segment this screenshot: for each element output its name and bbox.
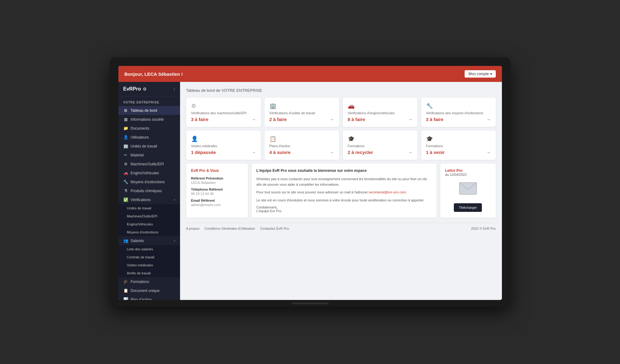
sidebar-label: Matériel [131, 153, 144, 157]
formations-recycle-card-icon: 🎓 [348, 135, 413, 142]
plans-card-icon: 📋 [269, 135, 334, 142]
sidebar-item-produits-chimiques[interactable]: ⚗ Produits chimiques [118, 186, 180, 195]
card-value-row: 4 à suivre → [269, 150, 334, 155]
sidebar-label: Tableau de bord [131, 108, 157, 113]
sidebar-item-tableau-de-bord[interactable]: ⊞ Tableau de bord [118, 106, 180, 115]
telecharger-button[interactable]: Télécharger [454, 203, 482, 212]
header: Bonjour, LECA Sébastien ! Mon compte ▾ [118, 66, 502, 82]
sidebar: EvRPro ⚙ ‹ VOTRE ENTREPRISE ⊞ Tableau de… [118, 82, 180, 300]
sidebar-item-document-unique[interactable]: 📋 Document unique [118, 286, 180, 295]
welcome-email-link[interactable]: secretariat@evr-pro.com [369, 190, 406, 194]
sidebar-item-unites-travail[interactable]: 🏢 Unités de travail [118, 142, 180, 151]
sidebar-item-visites-medicales[interactable]: Visites médicales [118, 261, 180, 269]
collapse-sidebar-icon[interactable]: ‹ [174, 87, 175, 91]
sidebar-label: Documents [131, 126, 150, 131]
card-arrow-plans[interactable]: → [330, 150, 334, 155]
sidebar-item-formations[interactable]: 🎓 Formations [118, 277, 180, 286]
sidebar-label: Produits chimiques [131, 189, 162, 193]
card-visites-medicales: 👤 Visites médicales 1 dépassée → [186, 131, 261, 160]
sidebar-item-moyens-extinctions[interactable]: 🔧 Moyens d'extinctions [118, 177, 180, 186]
card-arrow-engins[interactable]: → [408, 117, 413, 122]
card-value-row: 2 à recycler → [348, 150, 413, 155]
cards-row-2: 👤 Visites médicales 1 dépassée → 📋 Plans… [186, 131, 496, 160]
sidebar-item-materiel[interactable]: ✂ Matériel [118, 151, 180, 160]
sidebar-item-verif-unites[interactable]: Unités de travail [118, 204, 180, 212]
sidebar-sub-label: Machines/Outils/EPI [127, 214, 158, 218]
lettre-pro-date: du 12/04/2022 [445, 173, 467, 176]
sidebar-label: Utilisateurs [131, 135, 149, 140]
card-arrow-machines[interactable]: → [252, 117, 256, 122]
sidebar-item-liste-salaries[interactable]: Liste des salariés [118, 245, 180, 253]
cards-row-1: ⚙ Vérifications des machines/outils/EPI … [186, 98, 496, 127]
card-moyens-extinctions: 🔧 Vérifications des moyens d'extinctions… [421, 98, 496, 127]
card-arrow-formations-recycler[interactable]: → [408, 150, 413, 155]
card-label-plans: Plans d'action [269, 144, 334, 148]
sidebar-sub-label: Visites médicales [127, 263, 153, 267]
sidebar-item-informations-societe[interactable]: ▦ Informations société [118, 115, 180, 124]
sidebar-item-documents[interactable]: 📁 Documents [118, 124, 180, 133]
chevron-right-icon: › [174, 239, 175, 242]
card-arrow-unites[interactable]: → [330, 117, 334, 122]
evr-pro-vous-title: EvR Pro & Vous [191, 168, 243, 173]
card-formations-recycler: 🎓 Formations 2 à recycler → [343, 131, 417, 160]
extinctions-card-icon: 🔧 [426, 103, 491, 109]
card-label-visites: Visites médicales [191, 144, 256, 148]
info-section: EvR Pro & Vous Référent Prévention LECA … [186, 164, 496, 218]
sidebar-item-verif-moyens[interactable]: Moyens d'extinctions [118, 228, 180, 236]
formations-venir-card-icon: 🎓 [426, 135, 491, 142]
card-value-unites: 2 à faire [269, 117, 287, 122]
sidebar-item-verif-engins[interactable]: Engins/Véhicules [118, 220, 180, 228]
welcome-title: L'équipe EvR Pro vous souhaite la bienve… [257, 168, 432, 173]
sidebar-item-salaries[interactable]: 👥 Salariés › [118, 236, 180, 245]
card-label-unites: Vérifications d'unités de travail [269, 111, 334, 115]
building-icon: 🏢 [123, 144, 128, 148]
plan-icon: 📊 [123, 297, 128, 300]
card-value-engins: 8 à faire [348, 117, 365, 122]
unites-card-icon: 🏢 [269, 103, 334, 109]
card-value-row: 1 dépassée → [191, 150, 256, 155]
card-arrow-visites[interactable]: → [252, 150, 256, 155]
main-footer: A propos Conditions Générales d'Utilisat… [186, 223, 496, 230]
sidebar-item-arrets-travail[interactable]: Arrêts de travail [118, 269, 180, 277]
check-icon: ✅ [123, 197, 128, 202]
chevron-down-icon: ▾ [490, 72, 492, 76]
info-icon: ▦ [123, 117, 128, 122]
footer-link-apropos[interactable]: A propos [186, 227, 199, 230]
brand-name: EvRPro [123, 86, 141, 92]
telephone-value: 06 29 13 04 46 [191, 192, 243, 196]
sidebar-item-contrats[interactable]: Contrats de travail [118, 253, 180, 261]
welcome-paragraph3: Le site est en cours d'évolution et nous… [257, 198, 432, 203]
card-label-engins: Vérifications d'engins/véhicules [348, 111, 413, 115]
mon-compte-button[interactable]: Mon compte ▾ [465, 70, 495, 78]
sidebar-label: Plan d'action [131, 297, 152, 300]
sidebar-item-machines-epi[interactable]: ⚙ Machines/Outils/EPI [118, 160, 180, 168]
sidebar-item-utilisateurs[interactable]: 👤 Utilisateurs [118, 133, 180, 142]
card-value-visites: 1 dépassée [191, 150, 216, 155]
footer-copyright: 2022 © EvR Pro [471, 227, 496, 230]
email-label: Email Référent [191, 199, 243, 202]
sidebar-label: Vérifications [131, 198, 151, 202]
card-value-formations-venir: 1 à venir [426, 150, 445, 155]
card-arrow-formations-venir[interactable]: → [487, 150, 491, 155]
lettre-pro-title: Lettre Pro [445, 168, 463, 173]
main-content: Tableau de bord de VOTRE ENTREPRISE ⚙ Vé… [180, 82, 502, 300]
sidebar-label: Engins/Véhicules [131, 171, 159, 175]
sidebar-item-verifications[interactable]: ✅ Vérifications › [118, 195, 180, 204]
card-label-formations-venir: Formations [426, 144, 491, 148]
sidebar-sub-label: Contrats de travail [127, 255, 154, 259]
tools-icon: ✂ [123, 153, 128, 157]
chemical-icon: ⚗ [123, 188, 128, 193]
footer-link-cgu[interactable]: Conditions Générales d'Utilisation [204, 227, 255, 230]
welcome-signature: Cordialement, L'équipe Evr Pro. [257, 205, 432, 213]
email-row: Email Référent admin@evrpro.com [191, 199, 243, 207]
machine-icon: ⚙ [123, 162, 128, 166]
card-value-row: 3 à faire → [426, 117, 491, 122]
footer-links: A propos Conditions Générales d'Utilisat… [186, 227, 289, 230]
card-arrow-extinctions[interactable]: → [487, 117, 491, 122]
sidebar-item-engins-vehicules[interactable]: 🚗 Engins/Véhicules [118, 168, 180, 177]
sidebar-item-verif-machines[interactable]: Machines/Outils/EPI [118, 212, 180, 220]
footer-link-contact[interactable]: Contactez EvR Pro [260, 227, 289, 230]
sidebar-item-plan-action[interactable]: 📊 Plan d'action [118, 295, 180, 300]
sidebar-label: Salariés [131, 239, 144, 243]
card-value-row: 2 à faire → [269, 117, 334, 122]
